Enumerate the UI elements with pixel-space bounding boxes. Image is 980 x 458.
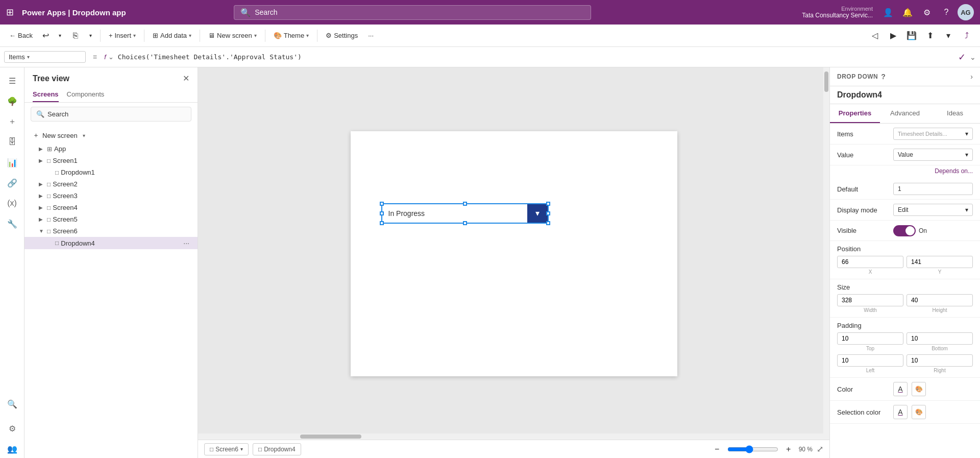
pos-y-input[interactable]: [906, 256, 973, 268]
add-data-button[interactable]: ⊞ Add data ▾: [149, 30, 195, 41]
tree-view-close[interactable]: ✕: [183, 74, 189, 83]
tree-view-icon[interactable]: 🌳: [3, 92, 21, 110]
dropdown4-menu[interactable]: ···: [183, 239, 189, 247]
global-search-input[interactable]: [255, 8, 584, 16]
search-icon[interactable]: 🔍: [3, 395, 21, 413]
formula-expand-icon[interactable]: ⌄: [108, 53, 114, 61]
pos-x-input[interactable]: [837, 256, 903, 268]
settings-button[interactable]: ⚙ Settings: [322, 30, 362, 41]
value-selector[interactable]: Value ▾: [893, 149, 973, 161]
formula-check-icon[interactable]: ✓: [958, 52, 966, 63]
horizontal-scrollbar[interactable]: [198, 433, 823, 440]
help-icon[interactable]: ?: [938, 4, 954, 20]
vertical-scrollbar[interactable]: [823, 67, 829, 440]
settings-side-icon[interactable]: ⚙: [3, 419, 21, 438]
pad-top-input[interactable]: [837, 332, 903, 345]
zoom-slider[interactable]: [727, 445, 778, 453]
publish-button[interactable]: ⬆: [922, 28, 938, 44]
insert-icon[interactable]: ＋: [3, 112, 21, 131]
tree-item-screen1[interactable]: ▶ □ Screen1: [24, 155, 198, 166]
panel-help-icon[interactable]: ?: [881, 73, 886, 81]
more-button[interactable]: ···: [364, 30, 378, 41]
tree-search-bar[interactable]: 🔍: [31, 107, 191, 122]
hamburger-icon[interactable]: ☰: [3, 71, 21, 90]
tree-item-dropdown1[interactable]: □ Dropdown1: [24, 166, 198, 178]
pad-bottom-input[interactable]: [906, 332, 973, 345]
undo-button[interactable]: ↩: [39, 28, 53, 44]
depends-on-link[interactable]: Depends on...: [830, 165, 980, 179]
pad-left-input[interactable]: [837, 354, 903, 367]
user-icon[interactable]: 👤: [880, 4, 896, 20]
handle-mid-right[interactable]: [546, 211, 550, 215]
tree-item-screen2[interactable]: ▶ □ Screen2: [24, 178, 198, 190]
handle-bot-mid[interactable]: [463, 221, 467, 225]
zoom-out-button[interactable]: −: [711, 441, 723, 457]
notification-icon[interactable]: 🔔: [899, 4, 916, 20]
variables-icon[interactable]: 🔗: [3, 174, 21, 192]
property-selector[interactable]: Items ▾: [4, 51, 86, 63]
tree-item-app[interactable]: ▶ ⊞ App: [24, 143, 198, 155]
copy-button[interactable]: ⎘: [67, 28, 84, 44]
tree-search-input[interactable]: [47, 110, 186, 118]
tab-ideas[interactable]: Ideas: [930, 104, 980, 123]
tools-icon[interactable]: 🔧: [3, 214, 21, 233]
color-picker-button[interactable]: 🎨: [912, 382, 926, 396]
screen1-label: Screen1: [53, 157, 189, 164]
handle-mid-left[interactable]: [380, 211, 384, 215]
screen6-tab[interactable]: □ Screen6 ▾: [204, 443, 249, 455]
display-mode-selector[interactable]: Edit ▾: [893, 204, 973, 216]
play-button[interactable]: ▶: [885, 28, 901, 44]
save-button[interactable]: 💾: [903, 28, 920, 44]
tree-item-screen3[interactable]: ▶ □ Screen3: [24, 190, 198, 202]
canvas-dropdown-element[interactable]: In Progress ▾: [381, 203, 549, 224]
new-screen-button[interactable]: 🖥 New screen ▾: [204, 30, 261, 41]
selection-color-picker-button[interactable]: 🎨: [912, 405, 926, 419]
waffle-icon[interactable]: ⊞: [6, 7, 14, 18]
canvas-scroll[interactable]: In Progress ▾: [198, 67, 829, 440]
zoom-in-button[interactable]: +: [782, 441, 795, 457]
copy-dropdown[interactable]: ▾: [86, 28, 96, 44]
default-input[interactable]: [893, 183, 973, 195]
tree-item-screen4[interactable]: ▶ □ Screen4: [24, 202, 198, 213]
user-management-icon[interactable]: 👥: [3, 440, 21, 458]
handle-top-left[interactable]: [380, 202, 384, 206]
panel-expand-icon[interactable]: ›: [970, 73, 973, 81]
handle-top-mid[interactable]: [463, 202, 467, 206]
tab-advanced[interactable]: Advanced: [880, 104, 930, 123]
new-screen-add-button[interactable]: ＋ New screen ▾: [24, 128, 198, 143]
color-text-swatch[interactable]: A: [893, 382, 908, 396]
more-right-button[interactable]: ▾: [940, 28, 957, 44]
handle-bot-right[interactable]: [546, 221, 550, 225]
tree-item-screen5[interactable]: ▶ □ Screen5: [24, 213, 198, 225]
share-button[interactable]: ⤴: [959, 28, 975, 44]
visible-toggle[interactable]: [893, 225, 916, 236]
size-width-input[interactable]: [837, 294, 903, 306]
avatar[interactable]: AG: [958, 4, 974, 20]
insert-button[interactable]: + Insert ▾: [105, 30, 140, 41]
handle-top-right[interactable]: [546, 202, 550, 206]
tab-properties[interactable]: Properties: [830, 104, 880, 123]
preview-icon[interactable]: ◁: [867, 28, 883, 44]
canvas-expand-icon[interactable]: ⤢: [817, 444, 823, 454]
items-selector[interactable]: Timesheet Details... ▾: [893, 128, 973, 140]
formula-expand-button[interactable]: ⌄: [970, 53, 976, 61]
selection-color-swatch[interactable]: A: [893, 405, 908, 419]
tab-screens[interactable]: Screens: [33, 87, 59, 102]
handle-bot-left[interactable]: [380, 221, 384, 225]
back-button[interactable]: ← Back: [5, 30, 37, 41]
media-icon[interactable]: (x): [3, 194, 21, 212]
dropdown4-tab[interactable]: □ Dropdown4: [253, 443, 301, 455]
pad-right-input[interactable]: [906, 354, 973, 367]
tree-item-dropdown4[interactable]: □ Dropdown4 ···: [24, 237, 198, 249]
global-search-bar[interactable]: 🔍: [234, 5, 591, 20]
settings-icon[interactable]: ⚙: [919, 4, 935, 20]
tab-components[interactable]: Components: [67, 87, 105, 102]
undo-dropdown[interactable]: ▾: [55, 28, 65, 44]
analytics-icon[interactable]: 📊: [3, 153, 21, 172]
size-height-input[interactable]: [906, 294, 973, 306]
tree-item-screen6[interactable]: ▼ □ Screen6: [24, 225, 198, 237]
data-view-icon[interactable]: 🗄: [3, 133, 21, 151]
theme-button[interactable]: 🎨 Theme ▾: [270, 30, 313, 41]
canvas-dropdown-toggle[interactable]: ▾: [527, 204, 548, 223]
formula-input[interactable]: [118, 53, 954, 61]
